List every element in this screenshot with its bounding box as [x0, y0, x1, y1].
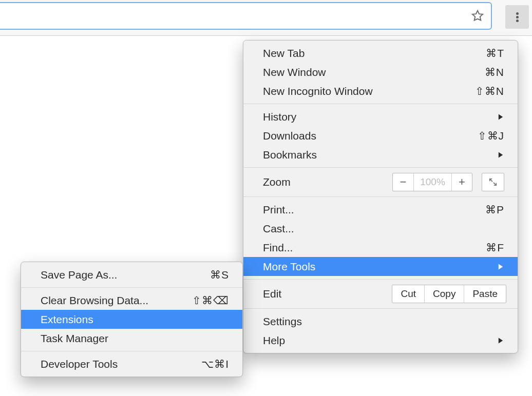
menu-item-label: Extensions — [41, 313, 229, 326]
address-bar[interactable] — [0, 2, 492, 30]
edit-buttons: Cut Copy Paste — [392, 285, 506, 303]
menu-item-label: Zoom — [263, 176, 392, 188]
menu-item-label: Downloads — [263, 130, 478, 142]
menu-item-task-manager[interactable]: Task Manager — [21, 329, 242, 348]
menu-item-print[interactable]: Print... ⌘P — [243, 200, 518, 219]
vertical-dots-icon — [516, 11, 519, 23]
more-tools-submenu: Save Page As... ⌘S Clear Browsing Data..… — [21, 262, 243, 377]
menu-item-new-incognito[interactable]: New Incognito Window ⇧⌘N — [243, 82, 518, 101]
zoom-in-button[interactable]: + — [451, 173, 472, 191]
menu-item-save-page[interactable]: Save Page As... ⌘S — [21, 265, 242, 284]
menu-item-shortcut: ⌥⌘I — [201, 358, 229, 370]
main-menu-button[interactable] — [505, 5, 529, 29]
menu-item-cast[interactable]: Cast... — [243, 219, 518, 238]
zoom-out-button[interactable]: − — [393, 173, 413, 191]
menu-item-shortcut: ⌘N — [485, 66, 504, 78]
menu-item-shortcut: ⇧⌘⌫ — [192, 294, 229, 307]
menu-item-label: Print... — [263, 204, 485, 216]
menu-item-downloads[interactable]: Downloads ⇧⌘J — [243, 126, 518, 145]
menu-item-edit: Edit Cut Copy Paste — [243, 280, 518, 308]
menu-item-new-tab[interactable]: New Tab ⌘T — [243, 44, 518, 63]
menu-item-shortcut: ⌘P — [485, 204, 504, 216]
edit-paste-button[interactable]: Paste — [464, 285, 506, 303]
edit-cut-button[interactable]: Cut — [392, 285, 424, 303]
menu-item-label: More Tools — [263, 261, 497, 273]
menu-item-shortcut: ⇧⌘J — [478, 130, 505, 142]
menu-item-clear-browsing-data[interactable]: Clear Browsing Data... ⇧⌘⌫ — [21, 291, 242, 310]
zoom-value: 100% — [413, 173, 451, 191]
fullscreen-button[interactable] — [482, 173, 504, 191]
edit-copy-button[interactable]: Copy — [424, 285, 464, 303]
menu-item-shortcut: ⌘T — [486, 47, 504, 60]
menu-item-label: Bookmarks — [263, 149, 497, 161]
menu-item-bookmarks[interactable]: Bookmarks — [243, 145, 518, 164]
menu-item-label: Help — [263, 334, 497, 347]
submenu-arrow-icon — [497, 111, 504, 123]
menu-item-label: Settings — [263, 315, 504, 328]
menu-item-settings[interactable]: Settings — [243, 312, 518, 331]
menu-item-label: Clear Browsing Data... — [41, 294, 192, 307]
submenu-arrow-icon — [497, 149, 504, 161]
bookmark-star-icon[interactable] — [470, 9, 485, 23]
menu-item-more-tools[interactable]: More Tools — [243, 257, 518, 276]
menu-item-shortcut: ⇧⌘N — [475, 85, 504, 97]
menu-item-shortcut: ⌘F — [486, 242, 504, 254]
browser-toolbar — [0, 0, 532, 36]
menu-item-label: New Incognito Window — [263, 85, 475, 97]
menu-item-label: New Tab — [263, 47, 486, 60]
menu-item-new-window[interactable]: New Window ⌘N — [243, 63, 518, 82]
menu-item-label: Developer Tools — [41, 358, 201, 370]
menu-item-label: Edit — [263, 288, 392, 300]
fullscreen-icon — [488, 177, 498, 187]
submenu-arrow-icon — [497, 334, 504, 347]
menu-item-label: New Window — [263, 66, 485, 78]
menu-item-extensions[interactable]: Extensions — [21, 310, 242, 329]
menu-item-shortcut: ⌘S — [210, 269, 229, 281]
menu-item-find[interactable]: Find... ⌘F — [243, 238, 518, 257]
menu-item-label: Task Manager — [41, 332, 229, 345]
menu-item-label: Find... — [263, 242, 486, 254]
submenu-arrow-icon — [497, 261, 504, 273]
menu-item-label: Cast... — [263, 223, 504, 235]
menu-item-label: History — [263, 111, 497, 123]
menu-item-label: Save Page As... — [41, 269, 210, 281]
menu-item-zoom: Zoom − 100% + — [243, 168, 518, 196]
menu-item-help[interactable]: Help — [243, 331, 518, 350]
menu-item-developer-tools[interactable]: Developer Tools ⌥⌘I — [21, 354, 242, 373]
menu-item-history[interactable]: History — [243, 107, 518, 126]
main-menu: New Tab ⌘T New Window ⌘N New Incognito W… — [243, 40, 518, 353]
zoom-controls: − 100% + — [392, 173, 472, 191]
